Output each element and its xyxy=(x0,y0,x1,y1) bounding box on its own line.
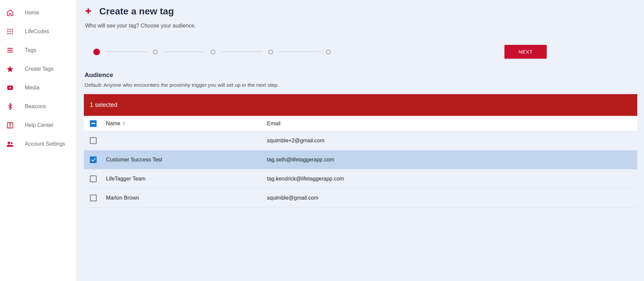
svg-point-4 xyxy=(9,31,11,32)
sort-asc-icon: ↑ xyxy=(122,120,125,127)
audience-table: 1 selected Name ↑ Email squimble+2@gmail… xyxy=(84,94,637,238)
step-connector xyxy=(221,52,262,52)
media-icon xyxy=(6,84,14,92)
sidebar-item-media[interactable]: Media xyxy=(0,78,76,97)
step-2[interactable] xyxy=(153,50,158,54)
sidebar-item-label: LifeCodes xyxy=(25,28,49,34)
sidebar-item-label: Home xyxy=(25,10,39,16)
sidebar-item-tags[interactable]: Tags xyxy=(0,41,76,60)
list-icon xyxy=(6,46,14,54)
step-connector xyxy=(279,52,320,52)
selected-count-bar: 1 selected xyxy=(84,94,637,116)
svg-point-15 xyxy=(10,127,10,127)
audience-section-desc: Default: Anyone who encounters the proxi… xyxy=(84,82,637,88)
page-subtitle: Who will see your tag? Choose your audie… xyxy=(84,23,637,29)
svg-point-7 xyxy=(9,33,11,34)
table-row[interactable]: Marlon Brown squimble@gmail.com xyxy=(84,189,637,208)
sidebar-item-help-center[interactable]: Help Center xyxy=(0,116,76,135)
row-checkbox[interactable] xyxy=(90,175,97,182)
column-header-email[interactable]: Email xyxy=(267,121,628,127)
svg-point-3 xyxy=(7,31,9,32)
svg-point-5 xyxy=(12,31,13,32)
row-name: Customer Success Test xyxy=(106,157,267,163)
svg-point-16 xyxy=(8,142,10,144)
table-header: Name ↑ Email xyxy=(84,116,637,131)
svg-point-1 xyxy=(9,29,11,30)
table-row[interactable]: squimble+2@gmail.com xyxy=(84,131,637,150)
stepper-row: NEXT xyxy=(84,45,637,59)
sidebar-item-home[interactable]: Home xyxy=(0,3,76,22)
sidebar-item-label: Media xyxy=(25,85,40,91)
sidebar-item-account-settings[interactable]: Account Settings xyxy=(0,135,76,153)
row-name: Marlon Brown xyxy=(106,195,267,201)
stepper xyxy=(93,49,491,55)
row-checkbox[interactable] xyxy=(90,156,97,163)
sidebar-item-label: Beacons xyxy=(25,103,46,110)
title-row: ✚ Create a new tag xyxy=(84,6,637,17)
main-panel: ✚ Create a new tag Who will see your tag… xyxy=(76,0,644,281)
svg-point-6 xyxy=(7,33,9,34)
sidebar-item-label: Create Tags xyxy=(25,66,54,72)
sidebar-item-label: Tags xyxy=(25,47,36,53)
step-5[interactable] xyxy=(326,50,331,54)
row-email: tag.kendrick@lifetaggerapp.com xyxy=(267,176,628,182)
select-all-checkbox[interactable] xyxy=(90,120,97,127)
step-3[interactable] xyxy=(211,50,215,54)
apps-icon xyxy=(6,27,14,36)
plus-icon: ✚ xyxy=(85,7,91,16)
page-title: Create a new tag xyxy=(99,6,174,17)
next-button[interactable]: NEXT xyxy=(504,45,547,59)
column-header-name-label: Name xyxy=(106,121,120,127)
sidebar-item-label: Help Center xyxy=(25,122,53,128)
row-email: squimble@gmail.com xyxy=(267,195,628,201)
sidebar-item-lifecodes[interactable]: LifeCodes xyxy=(0,22,76,41)
svg-point-17 xyxy=(11,142,13,144)
table-row[interactable]: Customer Success Test tag.seth@lifetagge… xyxy=(84,150,637,169)
column-header-email-label: Email xyxy=(267,121,280,126)
step-4[interactable] xyxy=(268,50,273,54)
step-connector xyxy=(164,52,205,52)
star-icon xyxy=(6,65,14,73)
column-header-name[interactable]: Name ↑ xyxy=(106,120,267,127)
svg-point-0 xyxy=(7,29,9,30)
home-icon xyxy=(6,9,14,17)
row-email: squimble+2@gmail.com xyxy=(267,138,628,144)
row-checkbox[interactable] xyxy=(90,137,97,144)
row-name: LifeTagger Team xyxy=(106,176,267,182)
row-checkbox[interactable] xyxy=(90,195,97,201)
people-icon xyxy=(6,140,14,148)
help-icon xyxy=(6,121,14,129)
bluetooth-icon xyxy=(6,102,14,111)
sidebar-item-label: Account Settings xyxy=(25,141,65,147)
sidebar: Home LifeCodes Tags Create Tags Media Be… xyxy=(0,0,76,281)
svg-point-8 xyxy=(12,33,13,34)
svg-point-2 xyxy=(12,29,13,30)
step-1[interactable] xyxy=(93,49,100,55)
table-row[interactable]: LifeTagger Team tag.kendrick@lifetaggera… xyxy=(84,169,637,189)
sidebar-item-create-tags[interactable]: Create Tags xyxy=(0,60,76,78)
step-connector xyxy=(106,52,147,52)
audience-section-title: Audience xyxy=(84,71,637,79)
sidebar-item-beacons[interactable]: Beacons xyxy=(0,97,76,116)
row-email: tag.seth@lifetaggerapp.com xyxy=(267,157,628,163)
